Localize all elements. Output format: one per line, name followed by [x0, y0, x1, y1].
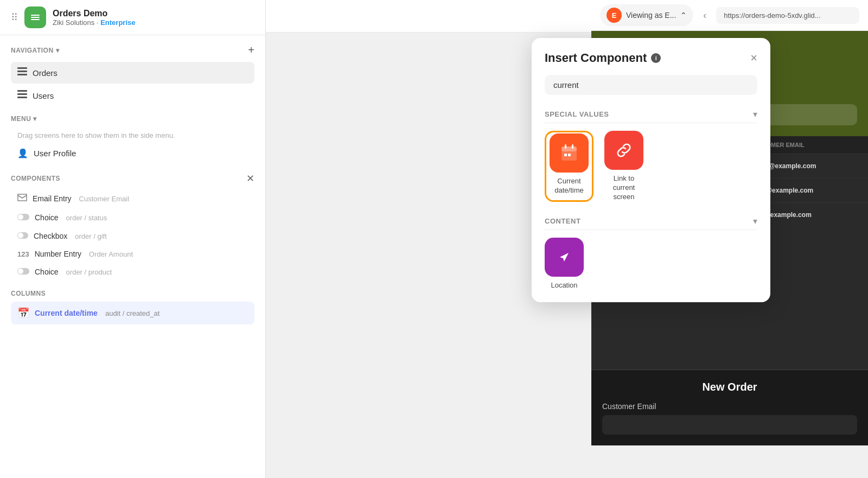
email-entry-sub: Customer Email: [79, 195, 129, 203]
number-entry-label: Number Entry: [35, 250, 81, 258]
svg-rect-4: [17, 67, 27, 69]
navigation-section-title: NAVIGATION ▾: [11, 47, 59, 54]
content-label: CONTENT: [545, 217, 580, 225]
content-items-container: Location: [545, 238, 757, 289]
svg-rect-9: [17, 97, 27, 98]
link-label: Link to current screen: [602, 174, 646, 202]
location-icon: [545, 238, 584, 277]
columns-section-title: COLUMNS: [11, 290, 254, 297]
users-icon: [17, 90, 27, 101]
svg-rect-3: [31, 19, 40, 20]
choice-label-1: Choice: [35, 213, 59, 222]
content-chevron: ▾: [753, 216, 757, 226]
menu-drag-hint: Drag screens here to show them in the si…: [11, 128, 254, 143]
modal-title: Insert Component i: [545, 51, 661, 65]
user-profile-icon: 👤: [17, 148, 28, 158]
components-section-title: COMPONENTS: [11, 175, 60, 182]
number-icon: 123: [17, 250, 29, 258]
sidebar-item-users[interactable]: Users: [11, 85, 254, 106]
number-entry-sub: Order Amount: [89, 250, 133, 258]
info-icon: i: [651, 53, 661, 63]
close-components-button[interactable]: ✕: [246, 173, 254, 184]
special-values-label: SPECIAL VALUES: [545, 110, 609, 118]
orders-icon: [17, 67, 27, 78]
modal-search-input[interactable]: [545, 75, 757, 95]
choice-icon-1: [17, 213, 29, 222]
checkbox-sub: order / gift: [75, 232, 107, 240]
svg-rect-23: [572, 144, 573, 149]
customer-email-input[interactable]: [602, 415, 857, 435]
svg-point-13: [18, 233, 23, 238]
sidebar-item-user-profile[interactable]: 👤 User Profile: [11, 143, 254, 164]
current-date-label: Current date/time: [547, 177, 591, 195]
svg-rect-25: [568, 154, 571, 156]
component-choice-product[interactable]: Choice order / product: [11, 263, 254, 281]
calendar-icon: 📅: [17, 307, 29, 319]
svg-rect-6: [17, 74, 27, 75]
link-icon: [604, 131, 643, 170]
special-item-current-date[interactable]: Current date/time: [545, 131, 593, 202]
content-item-location[interactable]: Location: [545, 238, 584, 289]
special-items-container: Current date/time Link to current screen: [545, 131, 757, 202]
current-date-icon: [550, 133, 589, 173]
special-item-link[interactable]: Link to current screen: [602, 131, 646, 202]
svg-rect-1: [31, 15, 40, 16]
svg-rect-2: [31, 17, 40, 18]
svg-rect-8: [17, 93, 27, 95]
column-label: Current date/time: [35, 309, 98, 317]
column-sub: audit / created_at: [105, 309, 159, 317]
svg-rect-22: [565, 144, 566, 149]
customer-email-label: Customer Email: [602, 402, 857, 411]
users-label: Users: [33, 91, 54, 100]
component-email-entry[interactable]: Email Entry Customer Email: [11, 189, 254, 208]
column-current-date[interactable]: 📅 Current date/time audit / created_at: [11, 302, 254, 324]
sidebar-item-orders[interactable]: Orders: [11, 62, 254, 84]
email-entry-label: Email Entry: [33, 194, 72, 203]
app-subtitle: Ziki Solutions · Enterprise: [53, 18, 135, 27]
email-icon: [17, 193, 27, 204]
new-order-title: New Order: [602, 381, 857, 393]
choice-icon-2: [17, 267, 29, 277]
svg-rect-7: [17, 90, 27, 92]
choice-label-2: Choice: [35, 267, 59, 276]
app-logo: [24, 7, 46, 28]
choice-sub-1: order / status: [66, 214, 107, 222]
component-number-entry[interactable]: 123 Number Entry Order Amount: [11, 245, 254, 263]
svg-rect-5: [17, 71, 27, 72]
checkbox-icon: [17, 231, 28, 241]
menu-section-title: MENU ▾: [11, 115, 37, 123]
user-profile-label: User Profile: [34, 149, 76, 158]
location-label: Location: [551, 281, 577, 289]
app-title: Orders Demo: [53, 9, 135, 18]
add-nav-button[interactable]: +: [248, 44, 254, 56]
choice-sub-2: order / product: [66, 268, 112, 276]
special-values-chevron: ▾: [753, 109, 757, 119]
orders-label: Orders: [33, 68, 58, 78]
component-choice-status[interactable]: Choice order / status: [11, 208, 254, 227]
svg-rect-21: [561, 146, 577, 151]
component-checkbox[interactable]: Checkbox order / gift: [11, 227, 254, 245]
svg-point-11: [18, 214, 23, 220]
svg-rect-24: [564, 154, 567, 156]
svg-point-15: [18, 269, 23, 274]
content-toggle[interactable]: CONTENT ▾: [545, 213, 757, 230]
modal-close-button[interactable]: ×: [750, 52, 757, 64]
insert-component-modal: Insert Component i × SPECIAL VALUES ▾: [532, 38, 770, 302]
checkbox-label: Checkbox: [34, 232, 67, 240]
grid-icon[interactable]: ⠿: [11, 11, 18, 23]
special-values-toggle[interactable]: SPECIAL VALUES ▾: [545, 106, 757, 123]
new-order-panel: New Order Customer Email: [591, 369, 868, 445]
